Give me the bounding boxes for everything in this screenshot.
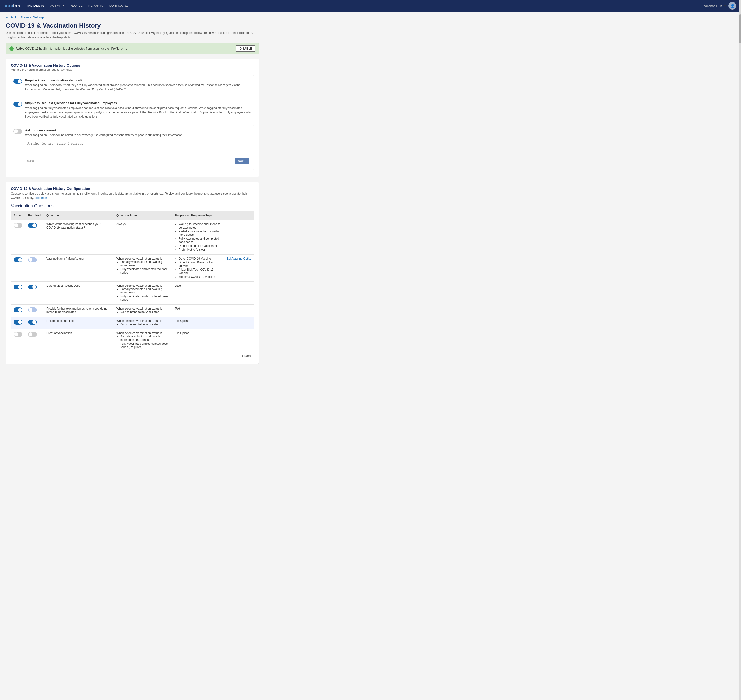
row6-required [25, 329, 44, 352]
option-label-proof: Require Proof of Vaccination Verificatio… [25, 78, 251, 82]
col-question: Question [44, 212, 113, 220]
nav-activity[interactable]: ACTIVITY [50, 0, 64, 11]
row5-shown: When selected vaccination status is Do n… [113, 317, 172, 329]
scrollbar-thumb[interactable] [739, 15, 741, 43]
back-link[interactable]: ← Back to General Settings [6, 15, 259, 19]
char-count: 0/4000 [27, 160, 35, 163]
avatar[interactable]: 👤 [728, 2, 736, 10]
row3-required [25, 282, 44, 304]
toggle-row3-active[interactable] [14, 285, 22, 290]
row2-shown: When selected vaccination status is Part… [113, 254, 172, 282]
row6-actions [224, 329, 254, 352]
toggle-row4-required[interactable] [28, 307, 37, 312]
toggle-row3-required[interactable] [28, 285, 37, 290]
table-header-row: Active Required Question Question Shown … [11, 212, 254, 220]
table-footer: 6 items [11, 352, 254, 359]
config-section: COVID-19 & Vaccination History Configura… [6, 182, 259, 364]
status-text: Active COVID-19 health information is be… [16, 47, 127, 50]
scrollbar[interactable] [739, 0, 741, 373]
vacc-questions-title: Vaccination Questions [11, 203, 254, 209]
row5-required [25, 317, 44, 329]
col-required: Required [25, 212, 44, 220]
row4-response: Text [172, 304, 224, 317]
consent-box: 0/4000 SAVE [25, 140, 251, 166]
toggle-user-consent[interactable] [13, 129, 22, 134]
row2-required [25, 254, 44, 282]
row4-required [25, 304, 44, 317]
click-here-link[interactable]: click here [35, 196, 47, 200]
table-row: Vaccine Name / Manufacturer When selecte… [11, 254, 254, 282]
option-proof-verification: Require Proof of Vaccination Verificatio… [11, 75, 254, 95]
row3-shown: When selected vaccination status is Part… [113, 282, 172, 304]
row4-active [11, 304, 25, 317]
toggle-row2-required[interactable] [28, 257, 37, 262]
row3-actions [224, 282, 254, 304]
page-title: COVID-19 & Vaccination History [6, 22, 259, 29]
toggle-row5-active[interactable] [14, 320, 22, 325]
toggle-row1-required[interactable] [28, 223, 37, 228]
col-shown: Question Shown [113, 212, 172, 220]
toggle-row2-active[interactable] [14, 257, 22, 262]
col-response: Response / Response Type [172, 212, 224, 220]
save-consent-button[interactable]: SAVE [235, 158, 249, 164]
row1-response: Waiting for vaccine and intend to be vac… [172, 220, 224, 254]
option-label-consent: Ask for user consent [25, 128, 251, 132]
option-user-consent: Ask for user consent When toggled on, us… [11, 125, 254, 170]
toggle-proof-verification[interactable] [13, 79, 22, 84]
row1-question: Which of the following best describes yo… [44, 220, 113, 254]
vaccination-table: Active Required Question Question Shown … [11, 212, 254, 352]
nav-configure[interactable]: CONFIGURE [109, 0, 128, 11]
table-row: Date of Most Recent Dose When selected v… [11, 282, 254, 304]
table-row: Related documentation When selected vacc… [11, 317, 254, 329]
hub-dropdown-icon: ▾ [725, 4, 726, 8]
app-logo: appian [5, 3, 20, 9]
row1-actions [224, 220, 254, 254]
row5-response: File Upload [172, 317, 224, 329]
row4-shown: When selected vaccination status is Do n… [113, 304, 172, 317]
nav-links: INCIDENTS ACTIVITY PEOPLE REPORTS CONFIG… [28, 0, 701, 11]
option-label-skip: Skip Pass Request Questions for Fully Va… [25, 101, 251, 105]
config-title: COVID-19 & Vaccination History Configura… [11, 187, 254, 191]
option-desc-proof: When toggled on, users who report they a… [25, 83, 251, 92]
row5-active [11, 317, 25, 329]
row3-response: Date [172, 282, 224, 304]
row6-question: Proof of Vaccination [44, 329, 113, 352]
row2-question: Vaccine Name / Manufacturer [44, 254, 113, 282]
row5-question: Related documentation [44, 317, 113, 329]
row1-required [25, 220, 44, 254]
hub-label[interactable]: Response Hub [701, 4, 722, 8]
row4-question: Provide further explanation as to why yo… [44, 304, 113, 317]
toggle-row1-active[interactable] [14, 223, 22, 228]
main-content: ← Back to General Settings COVID-19 & Va… [0, 12, 265, 373]
active-status-icon: ✓ [9, 46, 14, 51]
col-actions [224, 212, 254, 220]
nav-reports[interactable]: REPORTS [88, 0, 103, 11]
table-row: Provide further explanation as to why yo… [11, 304, 254, 317]
row6-shown: When selected vaccination status is Part… [113, 329, 172, 352]
toggle-row6-active[interactable] [14, 332, 22, 337]
nav-people[interactable]: PEOPLE [70, 0, 82, 11]
page-desc: Use this form to collect information abo… [6, 31, 259, 40]
row2-response: Other COVID-19 Vaccine Do not know / Pre… [172, 254, 224, 282]
edit-vaccine-link[interactable]: Edit Vaccine Opti... [226, 257, 251, 260]
nav-right: Response Hub ▾ 👤 [701, 2, 736, 10]
table-row: Proof of Vaccination When selected vacci… [11, 329, 254, 352]
row3-question: Date of Most Recent Dose [44, 282, 113, 304]
consent-textarea[interactable] [27, 142, 249, 156]
table-row: Which of the following best describes yo… [11, 220, 254, 254]
options-title: COVID-19 & Vaccination History Options [11, 63, 254, 68]
toggle-row4-active[interactable] [14, 307, 22, 312]
options-section: COVID-19 & Vaccination History Options M… [6, 59, 259, 177]
status-banner: ✓ Active COVID-19 health information is … [6, 43, 259, 54]
disable-button[interactable]: DISABLE [236, 46, 255, 52]
config-desc: Questions configured below are shown to … [11, 191, 254, 200]
top-nav: appian INCIDENTS ACTIVITY PEOPLE REPORTS… [0, 0, 741, 12]
row3-active [11, 282, 25, 304]
toggle-row5-required[interactable] [28, 320, 37, 325]
row1-shown: Always [113, 220, 172, 254]
toggle-skip-pass[interactable] [13, 102, 22, 107]
toggle-row6-required[interactable] [28, 332, 37, 337]
row2-actions[interactable]: Edit Vaccine Opti... [224, 254, 254, 282]
option-desc-skip: When toggled on, fully vaccinated employ… [25, 106, 251, 119]
nav-incidents[interactable]: INCIDENTS [28, 0, 44, 11]
